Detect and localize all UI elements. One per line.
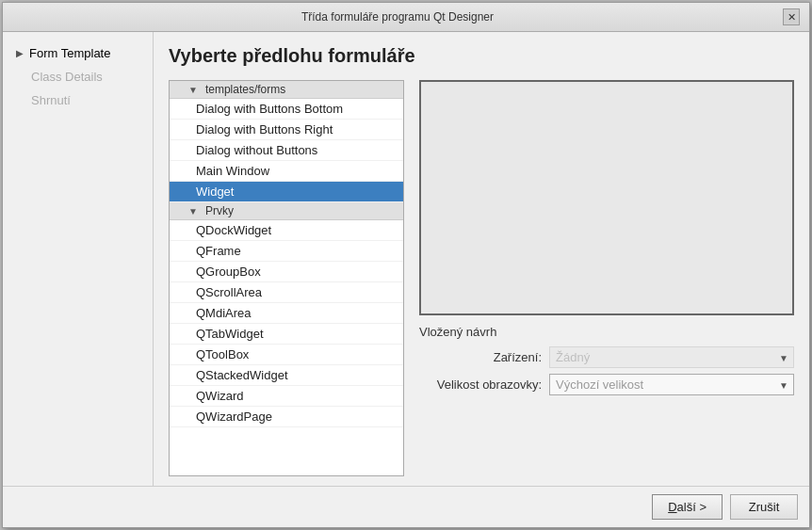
list-item-dialog-buttons-right[interactable]: Dialog with Buttons Right (170, 120, 403, 140)
device-label: Zařízení: (419, 350, 542, 364)
group-label-templates: templates/forms (205, 83, 285, 96)
sidebar-item-class-details[interactable]: Class Details (10, 67, 145, 87)
dialog-body: ▶ Form Template Class Details Shrnutí Vy… (3, 32, 809, 486)
list-item-qstackedwidget[interactable]: QStackedWidget (170, 365, 403, 386)
dialog-title: Třída formuláře programu Qt Designer (12, 10, 783, 24)
template-list[interactable]: ▼ templates/forms Dialog with Buttons Bo… (169, 80, 404, 476)
list-item-qwizard[interactable]: QWizard (170, 386, 403, 407)
list-item-dialog-buttons-bottom[interactable]: Dialog with Buttons Bottom (170, 99, 403, 120)
sidebar-label-shrnutí: Shrnutí (16, 93, 71, 107)
dialog-footer: Další > Zrušit (3, 486, 809, 527)
list-item-qmdiarea[interactable]: QMdiArea (170, 303, 403, 324)
list-item-main-window[interactable]: Main Window (170, 161, 403, 182)
right-panel: Vložený návrh Zařízení: Žádný Velikost o… (419, 80, 794, 476)
list-item-qdockwidget[interactable]: QDockWidget (170, 220, 403, 241)
cancel-button[interactable]: Zrušit (730, 494, 798, 520)
screen-label: Velikost obrazovky: (419, 377, 542, 392)
close-button[interactable]: ✕ (783, 8, 800, 25)
preview-box (419, 80, 794, 315)
main-content: Vyberte předlohu formuláře ▼ templates/f… (154, 32, 809, 486)
list-item-qtabwidget[interactable]: QTabWidget (170, 324, 403, 345)
main-dialog: Třída formuláře programu Qt Designer ✕ ▶… (2, 2, 810, 528)
sidebar-item-form-template[interactable]: ▶ Form Template (10, 43, 145, 63)
list-item-qgroupbox[interactable]: QGroupBox (170, 262, 403, 282)
group-label-prvky: Prvky (205, 204, 234, 217)
sidebar-label-form-template: Form Template (29, 46, 110, 60)
close-icon: ✕ (788, 11, 796, 24)
screen-row: Velikost obrazovky: Výchozí velikost (419, 374, 794, 395)
device-select[interactable]: Žádný (549, 346, 794, 368)
sidebar-label-class-details: Class Details (16, 70, 103, 84)
next-button-label: Další > (668, 500, 706, 514)
page-title: Vyberte předlohu formuláře (169, 45, 794, 67)
list-item-dialog-without-buttons[interactable]: Dialog without Buttons (170, 140, 403, 161)
screen-select[interactable]: Výchozí velikost (549, 374, 794, 395)
list-item-qscrollarea[interactable]: QScrollArea (170, 282, 403, 303)
next-button[interactable]: Další > (652, 494, 723, 520)
group-header-templates: ▼ templates/forms (170, 81, 403, 99)
device-select-wrapper: Žádný (549, 346, 794, 368)
list-item-qtoolbox[interactable]: QToolBox (170, 345, 403, 365)
embedded-section: Vložený návrh Zařízení: Žádný Velikost o… (419, 325, 794, 395)
list-item-qwizardpage[interactable]: QWizardPage (170, 407, 403, 427)
group-arrow-icon: ▼ (188, 85, 198, 95)
list-item-qframe[interactable]: QFrame (170, 241, 403, 262)
list-item-widget[interactable]: Widget (170, 182, 403, 202)
title-bar: Třída formuláře programu Qt Designer ✕ (3, 3, 809, 32)
sidebar: ▶ Form Template Class Details Shrnutí (3, 32, 154, 486)
screen-select-wrapper: Výchozí velikost (549, 374, 794, 395)
device-row: Zařízení: Žádný (419, 346, 794, 368)
content-area: ▼ templates/forms Dialog with Buttons Bo… (169, 80, 794, 476)
group-arrow-prvky-icon: ▼ (188, 206, 198, 217)
sidebar-item-shrnutí[interactable]: Shrnutí (10, 90, 145, 110)
embedded-title: Vložený návrh (419, 325, 794, 339)
group-header-prvky: ▼ Prvky (170, 202, 403, 220)
arrow-icon: ▶ (16, 48, 24, 58)
